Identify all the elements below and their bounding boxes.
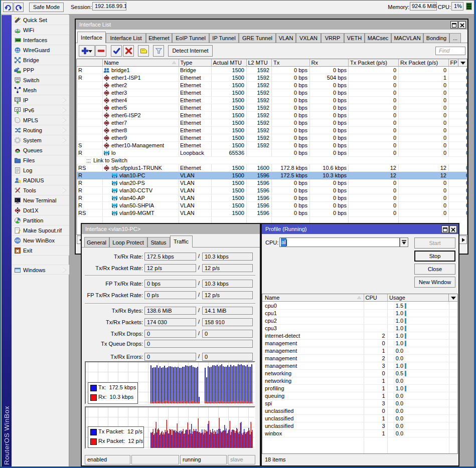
svg-text:v6: v6: [16, 108, 20, 111]
svg-text:255: 255: [15, 98, 21, 101]
svg-text:>_: >_: [16, 199, 19, 202]
